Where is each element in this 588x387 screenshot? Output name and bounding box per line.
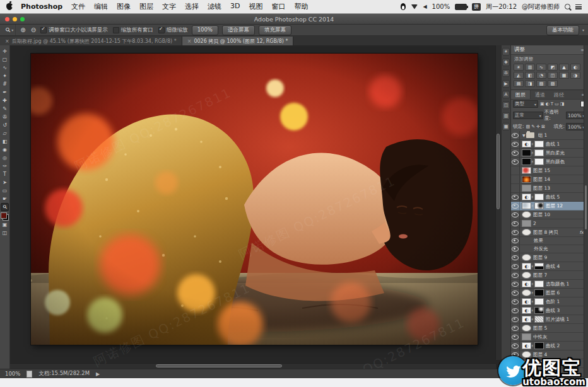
layer-row-8[interactable]: ∞图层 12 bbox=[511, 202, 588, 211]
layer-row-0[interactable]: ▼组 1 bbox=[511, 131, 588, 140]
filter-type-select[interactable]: 类型▾ bbox=[513, 100, 538, 108]
eye-toggle[interactable] bbox=[511, 228, 520, 236]
layer-mask-thumbnail[interactable] bbox=[534, 316, 544, 323]
brightness-contrast-icon[interactable]: ☀ bbox=[514, 64, 524, 71]
gradient-map-icon[interactable]: ▧ bbox=[536, 80, 546, 87]
canvas-area[interactable]: 阿诺修图 QQ:287267811 阿诺修图 QQ:287267811 阿诺修图… bbox=[10, 45, 501, 369]
eye-toggle[interactable] bbox=[511, 140, 520, 148]
channel-mixer-icon[interactable]: ◫ bbox=[548, 72, 558, 79]
layer-row-1[interactable]: ◐∞曲线 1 bbox=[511, 140, 588, 149]
option-button-0[interactable]: 100% bbox=[192, 25, 218, 35]
status-options-arrow[interactable]: ▶ bbox=[96, 371, 100, 377]
account-name[interactable]: @阿诺修图师 bbox=[522, 3, 560, 11]
window-titlebar[interactable]: Adobe Photoshop CC 2014 bbox=[0, 14, 588, 25]
layer-mask-thumbnail[interactable] bbox=[534, 298, 544, 305]
color-lookup-icon[interactable]: ▦ bbox=[559, 72, 569, 79]
posterize-icon[interactable]: ▤ bbox=[514, 80, 524, 87]
screen-mode-button[interactable]: ◫ bbox=[1, 229, 9, 237]
path-select-tool[interactable]: ➤ bbox=[1, 178, 9, 187]
apple-menu-icon[interactable] bbox=[6, 3, 13, 10]
zoom-window-button[interactable] bbox=[20, 17, 25, 21]
shape-tool[interactable]: ▭ bbox=[1, 187, 9, 195]
input-method-badge[interactable]: 拼 bbox=[472, 3, 481, 11]
layer-name[interactable]: 图层 9 bbox=[533, 255, 547, 261]
layer-mask-thumbnail[interactable] bbox=[534, 289, 544, 296]
quick-select-tool[interactable]: ✦ bbox=[1, 72, 9, 80]
selective-color-icon[interactable]: ▨ bbox=[548, 80, 558, 87]
filter-icon-4[interactable]: ◨ bbox=[560, 101, 565, 107]
layer-name[interactable]: 曲线 1 bbox=[546, 141, 560, 147]
layer-thumbnail[interactable]: ◐ bbox=[522, 263, 531, 270]
black-white-icon[interactable]: ◧ bbox=[525, 72, 535, 79]
color-balance-icon[interactable]: ◭ bbox=[514, 72, 524, 79]
layer-mask-thumbnail[interactable] bbox=[534, 342, 544, 349]
layer-name[interactable]: 黑白颜色 bbox=[546, 159, 565, 165]
eye-toggle[interactable] bbox=[511, 297, 520, 306]
menu-item-6[interactable]: 滤镜 bbox=[203, 2, 226, 11]
layer-row-20[interactable]: ◐∞曲线 3 bbox=[511, 306, 588, 315]
layer-row-18[interactable]: ∞图层 6 bbox=[511, 289, 588, 297]
layer-thumbnail[interactable]: ◐ bbox=[522, 141, 531, 147]
layer-thumbnail[interactable] bbox=[522, 289, 531, 296]
layer-name[interactable]: 图层 8 拷贝 bbox=[533, 229, 558, 236]
document-tab-1[interactable]: ×0026 拷贝 @ 100% (图层 12, RGB/8) * bbox=[182, 37, 294, 46]
layer-mask-thumbnail[interactable] bbox=[534, 263, 544, 270]
dodge-tool[interactable]: ◎ bbox=[1, 154, 9, 162]
menu-item-8[interactable]: 视图 bbox=[245, 2, 268, 11]
layer-row-10[interactable]: 2 bbox=[511, 219, 588, 228]
close-window-button[interactable] bbox=[5, 17, 9, 21]
color-swatches[interactable] bbox=[1, 212, 9, 221]
layer-thumbnail[interactable] bbox=[522, 202, 531, 209]
hue-saturation-icon[interactable]: ◐ bbox=[570, 64, 580, 71]
lock-icon-1[interactable]: ✎ bbox=[531, 124, 536, 129]
clock[interactable]: 周一20:12 bbox=[486, 3, 517, 11]
fx-badge[interactable]: fx bbox=[579, 230, 584, 235]
layer-name[interactable]: 曲线 2 bbox=[546, 343, 560, 349]
qq-icon[interactable] bbox=[401, 3, 406, 10]
wifi-icon[interactable] bbox=[411, 4, 418, 9]
layer-thumbnail[interactable]: ◐ bbox=[522, 307, 531, 314]
layer-row-3[interactable]: ∞黑白颜色 bbox=[511, 158, 588, 166]
layer-row-16[interactable]: 图层 7 bbox=[511, 271, 588, 280]
layer-name[interactable]: 图层 10 bbox=[533, 212, 550, 218]
layer-row-2[interactable]: ∞黑白柔光 bbox=[511, 149, 588, 158]
eye-toggle[interactable] bbox=[511, 184, 520, 192]
layer-name[interactable]: 曲线 5 bbox=[546, 194, 560, 200]
menu-item-7[interactable]: 3D bbox=[226, 2, 244, 11]
layer-row-23[interactable]: 中性灰 bbox=[511, 333, 588, 342]
curves-icon[interactable]: ∿ bbox=[536, 64, 546, 71]
layers-tab-1[interactable]: 通道 bbox=[531, 90, 550, 99]
vertical-scrollbar[interactable] bbox=[495, 45, 501, 360]
layer-thumbnail[interactable] bbox=[522, 149, 531, 156]
layer-name[interactable]: 中性灰 bbox=[533, 334, 548, 340]
layer-mask-thumbnail[interactable] bbox=[534, 193, 544, 200]
notification-center-icon[interactable] bbox=[575, 4, 582, 9]
eye-toggle[interactable] bbox=[511, 237, 520, 245]
tab-close-icon[interactable]: × bbox=[187, 38, 192, 44]
layer-thumbnail[interactable]: ◐ bbox=[522, 298, 531, 305]
zoom-tool[interactable]: ⚲ bbox=[1, 203, 9, 211]
lock-icon-0[interactable]: ▨ bbox=[526, 124, 531, 129]
layer-thumbnail[interactable] bbox=[522, 325, 531, 332]
gradient-tool[interactable]: ◧ bbox=[1, 137, 9, 146]
adjustments-dock-icon[interactable]: ☀ bbox=[502, 48, 510, 55]
layer-thumbnail[interactable] bbox=[522, 220, 531, 227]
filter-icon-1[interactable]: ◐ bbox=[545, 101, 550, 107]
option-button-2[interactable]: 填充屏幕 bbox=[259, 25, 291, 35]
layer-thumbnail[interactable] bbox=[522, 158, 531, 165]
volume-icon[interactable]: ◀ bbox=[423, 4, 426, 9]
minimize-window-button[interactable] bbox=[13, 17, 17, 21]
layer-name[interactable]: 效果 bbox=[534, 238, 543, 244]
layer-name[interactable]: 曲线 3 bbox=[546, 308, 560, 314]
eraser-tool[interactable]: ▱ bbox=[1, 129, 9, 137]
eye-toggle[interactable] bbox=[511, 202, 520, 210]
menu-item-9[interactable]: 窗口 bbox=[268, 2, 290, 11]
layer-thumbnail[interactable] bbox=[522, 176, 531, 183]
eye-toggle[interactable] bbox=[511, 342, 520, 350]
tab-close-icon[interactable]: × bbox=[5, 38, 9, 44]
eye-toggle[interactable] bbox=[511, 271, 520, 279]
blend-mode-select[interactable]: 正常▾ bbox=[513, 112, 543, 119]
lock-icon-2[interactable]: ✛ bbox=[536, 124, 541, 129]
layers-tab-0[interactable]: 图层 bbox=[511, 90, 531, 99]
layer-row-22[interactable]: 图层 5 bbox=[511, 324, 588, 333]
